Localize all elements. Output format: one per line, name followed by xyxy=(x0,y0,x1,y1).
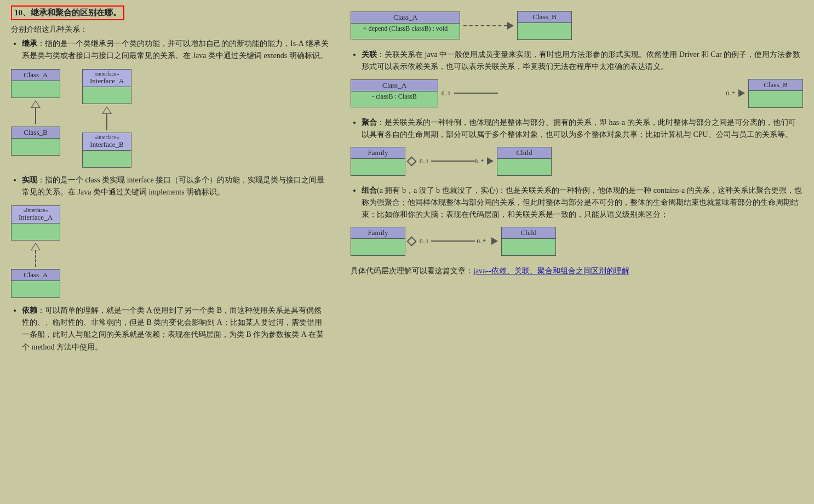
impl-class-header: Class_A xyxy=(12,270,60,281)
inherit-arrow-1 xyxy=(31,100,41,124)
composition-diagram: Family 0..1 0..* Child xyxy=(351,227,803,256)
assoc-arrow-head xyxy=(738,89,745,97)
interface-a-name: Interface_A xyxy=(87,77,127,85)
comp-mult-1: 0..1 xyxy=(420,238,429,244)
dep-diagram: Class_A + depend (ClassB classB) : void … xyxy=(351,11,803,40)
comp-arrow-head xyxy=(491,237,498,245)
assoc-field-label: - classB : ClassB xyxy=(356,93,433,101)
interface-a-box: «interface» Interface_A xyxy=(82,69,131,104)
impl-interface-group: «interface» Interface_A Class_A xyxy=(11,205,60,298)
agg-line xyxy=(431,161,475,162)
assoc-mult-2: 0..* xyxy=(726,90,736,96)
left-list: 继承：指的是一个类继承另一个类的功能，并可以增加自己的的新功能的能力，Is-A … xyxy=(22,38,329,62)
agg-arrow-head xyxy=(487,157,494,165)
left-list-3: 依赖：可以简单的理解，就是一个类 A 使用到了另一个类 B，而这种使用关系是具有… xyxy=(22,305,329,354)
impl-class-box: Class_A xyxy=(11,269,60,298)
assoc-class-a-box: Class_A - classB : ClassB xyxy=(351,79,438,107)
agg-class-a-header: Family xyxy=(351,147,405,159)
footer-text: 具体代码层次理解可以看这篇文章：java--依赖、关联、聚合和组合之间区别的理解 xyxy=(351,265,803,277)
inherit-class-group: Class_A Class_B xyxy=(11,69,60,156)
impl-arrow xyxy=(31,243,41,267)
agg-mult-2-group: 0..* xyxy=(475,158,484,164)
impl-text: 实现：指的是一个 class 类实现 interface 接口（可以多个）的功能… xyxy=(22,176,324,196)
assoc-class-b-header: Class_B xyxy=(749,79,802,91)
aggregation-diagram: Family 0..1 0..* Child xyxy=(351,147,803,176)
agg-mult-2: 0..* xyxy=(475,158,484,164)
interface-b-box: «interface» Interface_B xyxy=(82,133,131,168)
section-title: 10、继承和聚合的区别在哪。 xyxy=(11,5,124,20)
intro-text: 分别介绍这几种关系： xyxy=(11,25,329,35)
interface-a-header: «interface» Interface_A xyxy=(83,70,131,87)
dep-class-b-header: Class_B xyxy=(518,12,571,23)
impl-interface-box: «interface» Interface_A xyxy=(11,205,60,240)
dep-class-a-header: Class_A xyxy=(351,12,460,24)
class-a-header: Class_A xyxy=(12,70,60,81)
assoc-text: 关联：关联关系在 java 中一般使用成员变量来实现，有时也用方法形参的形式实现… xyxy=(362,50,800,71)
list-item-dep: 依赖：可以简单的理解，就是一个类 A 使用到了另一个类 B，而这种使用关系是具有… xyxy=(22,305,329,354)
comp-diamond xyxy=(406,236,416,246)
interface-b-header: «interface» Interface_B xyxy=(83,133,131,151)
list-item-composition: 组合(a 拥有 b，a 没了 b 也就没了，实心)：也是关联关系的一种特例，他体… xyxy=(362,185,803,221)
dep-method-label: + depend (ClassB classB) : void xyxy=(356,25,455,33)
class-a-box: Class_A xyxy=(11,69,60,98)
interface-b-stereotype: «interface» xyxy=(87,134,127,140)
agg-class-b-header: Child xyxy=(497,147,551,159)
comp-line xyxy=(431,240,475,242)
agg-mult-1: 0..1 xyxy=(420,158,429,164)
list-item-assoc: 关联：关联关系在 java 中一般使用成员变量来实现，有时也用方法形参的形式实现… xyxy=(362,49,803,73)
list-item-inherit: 继承：指的是一个类继承另一个类的功能，并可以增加自己的的新功能的能力，Is-A … xyxy=(22,38,329,62)
assoc-class-a-header: Class_A xyxy=(351,80,438,91)
agg-class-b-box: Child xyxy=(497,147,552,176)
composition-text: 组合(a 拥有 b，a 没了 b 也就没了，实心)：也是关联关系的一种特例，他体… xyxy=(362,186,802,219)
class-b-header: Class_B xyxy=(12,127,60,139)
right-list-3: 组合(a 拥有 b，a 没了 b 也就没了，实心)：也是关联关系的一种特例，他体… xyxy=(362,185,803,221)
impl-interface-name: Interface_A xyxy=(16,213,55,222)
assoc-class-b-box: Class_B xyxy=(748,79,803,108)
comp-class-a-header: Family xyxy=(351,227,405,239)
dep-class-a-body: + depend (ClassB classB) : void xyxy=(351,24,460,39)
inherit-arrow-2 xyxy=(102,106,112,130)
assoc-diagram: Class_A - classB : ClassB 0..1 0..* Clas… xyxy=(351,79,803,108)
comp-class-b-box: Child xyxy=(501,227,556,256)
assoc-mult-1: 0..1 xyxy=(442,90,451,96)
impl-interface-header: «interface» Interface_A xyxy=(12,206,60,224)
agg-diamond xyxy=(406,156,416,166)
assoc-class-a-body: - classB : ClassB xyxy=(351,91,438,107)
left-list-2: 实现：指的是一个 class 类实现 interface 接口（可以多个）的功能… xyxy=(22,174,329,199)
dep-text: 依赖：可以简单的理解，就是一个类 A 使用到了另一个类 B，而这种使用关系是具有… xyxy=(22,306,324,351)
class-b-box: Class_B xyxy=(11,127,60,156)
interface-a-stereotype: «interface» xyxy=(87,71,127,77)
impl-diagram: «interface» Interface_A Class_A xyxy=(11,205,329,298)
comp-class-a-box: Family xyxy=(351,227,405,256)
interface-b-name: Interface_B xyxy=(87,140,127,149)
assoc-line xyxy=(454,93,723,94)
right-column: Class_A + depend (ClassB classB) : void … xyxy=(340,0,814,504)
inherit-diagram: Class_A Class_B «interface» Inter xyxy=(11,69,329,168)
comp-mult-2: 0..* xyxy=(477,238,486,244)
inherit-interface-group: «interface» Interface_A «interface» Inte… xyxy=(82,69,131,168)
left-column: 10、继承和聚合的区别在哪。 分别介绍这几种关系： 继承：指的是一个类继承另一个… xyxy=(0,0,340,504)
dep-class-b-box: Class_B xyxy=(517,11,572,40)
right-list-2: 聚合：是关联关系的一种特例，他体现的是整体与部分、拥有的关系，即 has-a 的… xyxy=(362,117,803,141)
dep-arrow xyxy=(463,22,514,30)
right-list: 关联：关联关系在 java 中一般使用成员变量来实现，有时也用方法形参的形式实现… xyxy=(362,49,803,73)
aggregation-text: 聚合：是关联关系的一种特例，他体现的是整体与部分、拥有的关系，即 has-a 的… xyxy=(362,118,796,139)
list-item-aggregation: 聚合：是关联关系的一种特例，他体现的是整体与部分、拥有的关系，即 has-a 的… xyxy=(362,117,803,141)
footer-link[interactable]: java--依赖、关联、聚合和组合之间区别的理解 xyxy=(473,267,629,275)
dep-class-a-box: Class_A + depend (ClassB classB) : void xyxy=(351,12,460,39)
list-item-impl: 实现：指的是一个 class 类实现 interface 接口（可以多个）的功能… xyxy=(22,174,329,199)
inherit-label: 继承：指的是一个类继承另一个类的功能，并可以增加自己的的新功能的能力，Is-A … xyxy=(22,39,329,60)
comp-class-b-header: Child xyxy=(502,227,555,239)
agg-class-a-box: Family xyxy=(351,147,405,176)
